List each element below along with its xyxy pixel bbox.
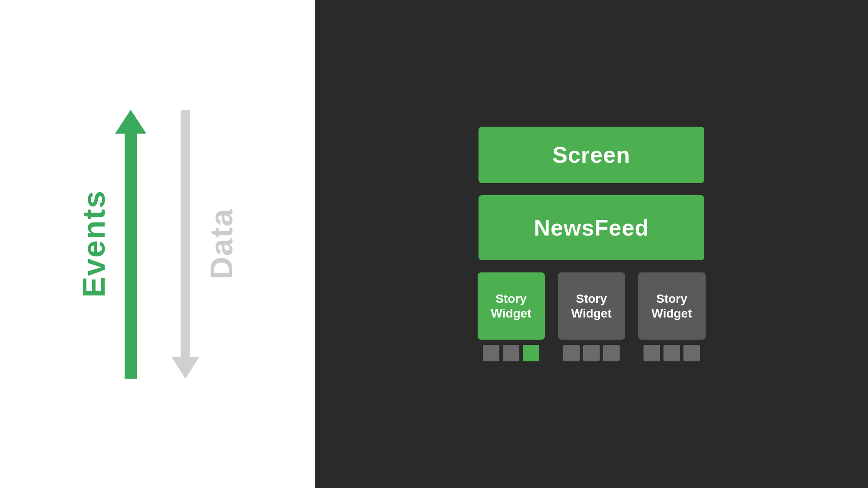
screen-label: Screen xyxy=(552,142,630,168)
story-widget-label-3: Story Widget xyxy=(638,291,706,321)
arrow-down-shaft xyxy=(181,110,190,357)
indicator-1-1 xyxy=(483,345,499,361)
arrows-container: Events Data xyxy=(76,92,239,396)
indicator-3-2 xyxy=(663,345,680,361)
arrow-up-head xyxy=(115,110,146,134)
newsfeed-label: NewsFeed xyxy=(534,215,649,241)
screen-box: Screen xyxy=(479,127,704,183)
events-section: Events xyxy=(76,110,137,379)
story-widget-box-1: Story Widget xyxy=(478,272,545,340)
indicators-row-2 xyxy=(563,345,620,361)
indicator-1-3 xyxy=(523,345,539,361)
story-widget-group-1: Story Widget xyxy=(478,272,545,361)
indicator-1-2 xyxy=(503,345,519,361)
indicators-row-1 xyxy=(483,345,539,361)
indicator-2-2 xyxy=(583,345,600,361)
newsfeed-box: NewsFeed xyxy=(479,195,704,260)
arrow-down-head xyxy=(172,357,199,379)
story-widget-label-2: Story Widget xyxy=(558,291,625,321)
arrow-up-shaft xyxy=(125,134,137,379)
indicators-row-3 xyxy=(644,345,700,361)
right-panel: Screen NewsFeed Story Widget xyxy=(315,0,868,488)
story-widgets-row: Story Widget Story Widget xyxy=(478,272,706,361)
story-widget-label-1: Story Widget xyxy=(478,291,545,321)
events-label: Events xyxy=(76,190,112,298)
data-label: Data xyxy=(204,208,239,279)
story-widget-box-3: Story Widget xyxy=(638,272,706,340)
events-arrow-up xyxy=(125,110,137,379)
data-section: Data xyxy=(180,110,239,379)
indicator-3-1 xyxy=(644,345,660,361)
left-panel: Events Data xyxy=(0,0,315,488)
right-content: Screen NewsFeed Story Widget xyxy=(350,127,833,361)
story-widget-group-3: Story Widget xyxy=(638,272,706,361)
story-widget-group-2: Story Widget xyxy=(558,272,625,361)
story-widget-box-2: Story Widget xyxy=(558,272,625,340)
indicator-2-3 xyxy=(603,345,620,361)
data-arrow-down xyxy=(180,110,191,379)
indicator-3-3 xyxy=(683,345,700,361)
indicator-2-1 xyxy=(563,345,580,361)
